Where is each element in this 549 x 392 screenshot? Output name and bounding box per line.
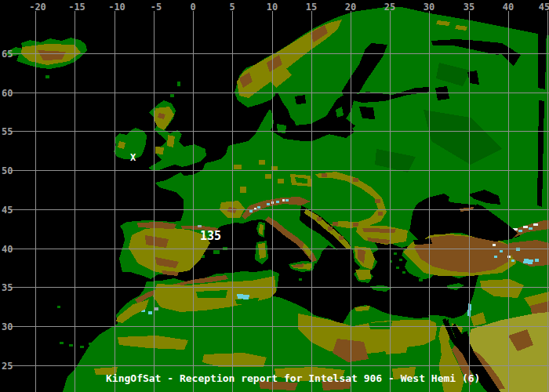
lon-tick: 35 [464, 2, 474, 13]
lon-tick: -15 [68, 2, 85, 13]
malta [299, 278, 302, 281]
canary-isle [60, 342, 64, 344]
lake-ladoga [435, 86, 449, 100]
aegean-isle [394, 252, 397, 255]
rhodes [419, 278, 423, 281]
lake-vanern [295, 95, 306, 104]
lat-tick: 55 [2, 126, 13, 137]
lon-tick: 10 [267, 2, 278, 13]
lon-tick: 40 [503, 2, 514, 13]
lon-tick: -5 [151, 2, 162, 13]
lat-tick: 30 [2, 321, 13, 332]
lon-tick: 15 [306, 2, 317, 13]
aegean-isle [396, 267, 399, 269]
strait-of-gibraltar [142, 279, 155, 281]
madeira [57, 306, 60, 308]
lon-tick: -10 [108, 2, 125, 13]
mallorca [213, 250, 220, 254]
lat-tick: 65 [2, 49, 13, 60]
map-caption: KingOfSat - Reception report for Intelsa… [106, 372, 480, 384]
faroe-islands [45, 75, 49, 78]
shetland [177, 82, 180, 86]
lon-tick: -20 [29, 2, 46, 13]
lon-tick: 45 [539, 2, 549, 13]
latitude-labels: 65 60 55 50 45 40 35 30 25 [2, 49, 13, 372]
lat-tick: 50 [2, 165, 13, 176]
lat-tick: 25 [2, 361, 13, 372]
aegean-isle [399, 259, 402, 261]
aegean-isle [402, 271, 405, 274]
lon-tick: 25 [384, 2, 395, 13]
reception-map: -20 -15 -10 -5 0 5 10 15 20 25 30 35 40 … [0, 0, 549, 392]
lon-tick: 0 [190, 2, 195, 13]
lat-tick: 40 [2, 244, 13, 255]
zealand [277, 124, 286, 133]
lat-tick: 35 [2, 282, 13, 293]
lon-tick: 5 [229, 2, 235, 13]
canary-isle [89, 343, 93, 345]
orkney [170, 94, 174, 97]
lon-tick: 30 [424, 2, 434, 13]
lat-tick: 60 [2, 88, 13, 99]
lat-tick: 45 [2, 205, 13, 216]
lon-tick: 20 [345, 2, 356, 13]
beam-value-marker: 135 [200, 229, 221, 243]
site-marker: X [130, 152, 136, 163]
canary-isle [69, 344, 73, 347]
canary-isle [80, 346, 84, 348]
terrain-map-svg: -20 -15 -10 -5 0 5 10 15 20 25 30 35 40 … [0, 0, 549, 392]
